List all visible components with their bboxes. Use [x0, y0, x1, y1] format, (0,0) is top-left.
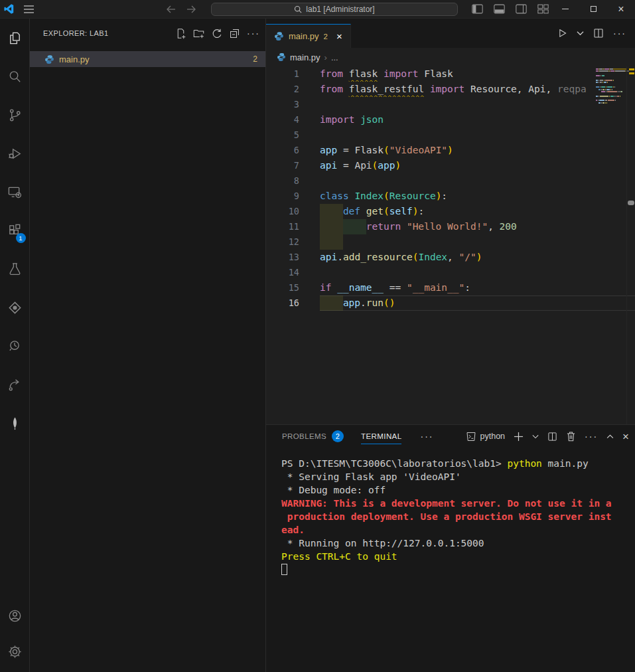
code-line-4[interactable]: 4import json	[266, 112, 635, 127]
split-terminal-icon[interactable]	[547, 432, 557, 442]
file-name: main.py	[59, 54, 90, 64]
customize-layout-icon[interactable]	[537, 4, 549, 14]
code-editor[interactable]: 1from flask import Flask2from flask_rest…	[266, 66, 635, 424]
sidebar-item-mongodb[interactable]	[0, 404, 30, 442]
toggle-primary-sidebar-icon[interactable]	[472, 4, 483, 14]
close-panel-icon[interactable]: ×	[622, 431, 629, 442]
sidebar-item-run-debug[interactable]	[0, 134, 30, 173]
bottom-panel: PROBLEMS 2 TERMINAL ··· python	[266, 424, 635, 672]
toggle-panel-icon[interactable]	[494, 4, 505, 14]
menu-icon[interactable]	[17, 5, 40, 13]
command-center-search[interactable]: lab1 [Administrator]	[211, 3, 458, 16]
terminal-profile-label: python	[480, 432, 506, 441]
sidebar-item-source-control[interactable]	[0, 96, 30, 134]
maximize-panel-icon[interactable]	[606, 434, 614, 439]
terminal-dropdown-icon[interactable]	[532, 434, 539, 439]
terminal-line	[281, 563, 635, 576]
explorer-more-icon[interactable]: ···	[247, 28, 260, 39]
line-number: 12	[266, 234, 299, 250]
line-number: 11	[266, 219, 299, 234]
line-number: 4	[266, 112, 299, 127]
toggle-secondary-sidebar-icon[interactable]	[516, 4, 527, 14]
indent-highlight	[343, 219, 366, 234]
sidebar-item-testing[interactable]	[0, 250, 30, 288]
code-line-3[interactable]: 3	[266, 97, 635, 112]
account-icon	[7, 608, 23, 624]
sidebar-item-extensions[interactable]: 1	[0, 211, 30, 250]
settings-button[interactable]	[0, 633, 30, 669]
code-line-1[interactable]: 1from flask import Flask	[266, 66, 635, 82]
accounts-button[interactable]	[0, 598, 30, 633]
breadcrumb-file[interactable]: main.py	[290, 52, 320, 62]
sidebar-item-remote-explorer[interactable]	[0, 173, 30, 211]
tab-close-icon[interactable]: ×	[336, 31, 342, 42]
line-content: import json	[320, 112, 635, 127]
tab-mainpy[interactable]: main.py 2 ×	[266, 24, 351, 48]
minimap-line	[596, 89, 626, 90]
new-file-icon[interactable]	[175, 28, 186, 39]
code-line-9[interactable]: 9class Index(Resource):	[266, 189, 635, 204]
code-line-12[interactable]: 12	[266, 234, 635, 250]
back-icon[interactable]	[166, 5, 176, 14]
sidebar-item-live-share[interactable]	[0, 365, 30, 404]
code-lines[interactable]: 1from flask import Flask2from flask_rest…	[266, 66, 635, 311]
kill-terminal-icon[interactable]	[566, 431, 576, 442]
vscode-logo-icon	[0, 3, 17, 15]
terminal-line: * Running on http://127.0.0.1:5000	[281, 537, 635, 550]
forward-icon[interactable]	[186, 5, 196, 14]
tab-problems[interactable]: PROBLEMS 2	[282, 425, 344, 448]
file-item-mainpy[interactable]: main.py 2	[30, 51, 265, 67]
sidebar-item-search[interactable]	[0, 57, 30, 96]
code-line-7[interactable]: 7api = Api(app)	[266, 158, 635, 173]
sidebar-item-timeline[interactable]	[0, 327, 30, 365]
minimap-line	[596, 102, 626, 104]
close-button[interactable]: ×	[607, 0, 635, 18]
tab-terminal[interactable]: TERMINAL	[361, 425, 401, 448]
problems-label: PROBLEMS	[282, 432, 326, 440]
code-line-6[interactable]: 6app = Flask("VideoAPI")	[266, 143, 635, 158]
code-line-8[interactable]: 8	[266, 173, 635, 189]
line-number: 2	[266, 82, 299, 97]
new-folder-icon[interactable]	[193, 28, 204, 39]
code-line-2[interactable]: 2from flask_restful import Resource, Api…	[266, 82, 635, 97]
minimize-button[interactable]	[551, 0, 579, 18]
line-content: class Index(Resource):	[320, 189, 635, 204]
code-line-14[interactable]: 14	[266, 265, 635, 280]
minimap-line	[596, 93, 626, 94]
code-line-13[interactable]: 13api.add_resource(Index, "/")	[266, 250, 635, 265]
run-python-file-icon[interactable]	[557, 28, 567, 39]
code-line-15[interactable]: 15if __name__ == "__main__":	[266, 280, 635, 295]
run-dropdown-icon[interactable]	[577, 31, 584, 36]
code-line-11[interactable]: 11return "Hello World!", 200	[266, 219, 635, 234]
code-line-5[interactable]: 5	[266, 127, 635, 143]
code-line-16[interactable]: 16app.run()	[266, 295, 635, 311]
tab-bar: main.py 2 ×	[266, 19, 635, 48]
refresh-icon[interactable]	[211, 28, 222, 39]
editor-more-icon[interactable]: ···	[613, 28, 626, 39]
panel-tabs-more-icon[interactable]: ···	[420, 431, 433, 442]
terminal-profile[interactable]: python	[466, 432, 506, 442]
terminal-output[interactable]: PS D:\ITESM\TC3006C\laboratorios\lab1> p…	[266, 448, 635, 576]
panel-more-icon[interactable]: ···	[585, 431, 598, 442]
line-number: 6	[266, 143, 299, 158]
minimap-line	[596, 98, 626, 99]
minimap[interactable]	[596, 66, 626, 104]
collapse-all-icon[interactable]	[229, 28, 240, 39]
line-content	[320, 127, 635, 143]
minimap-line	[596, 70, 626, 72]
sidebar-item-explorer[interactable]	[0, 19, 30, 57]
maximize-button[interactable]	[579, 0, 607, 18]
code-line-10[interactable]: 10def get(self):	[266, 204, 635, 219]
beaker-icon	[7, 262, 23, 277]
explorer-title: EXPLORER: LAB1	[43, 29, 109, 37]
line-content: api = Api(app)	[320, 158, 635, 173]
breadcrumb[interactable]: main.py › ...	[266, 48, 635, 66]
line-number: 13	[266, 250, 299, 265]
tab-label: main.py	[289, 31, 319, 41]
new-terminal-icon[interactable]	[514, 432, 524, 442]
overview-ruler[interactable]	[626, 66, 635, 424]
split-editor-icon[interactable]	[593, 28, 604, 39]
python-file-icon	[44, 54, 54, 64]
sidebar-item-sonar[interactable]	[0, 288, 30, 327]
breadcrumb-symbol[interactable]: ...	[331, 52, 338, 62]
